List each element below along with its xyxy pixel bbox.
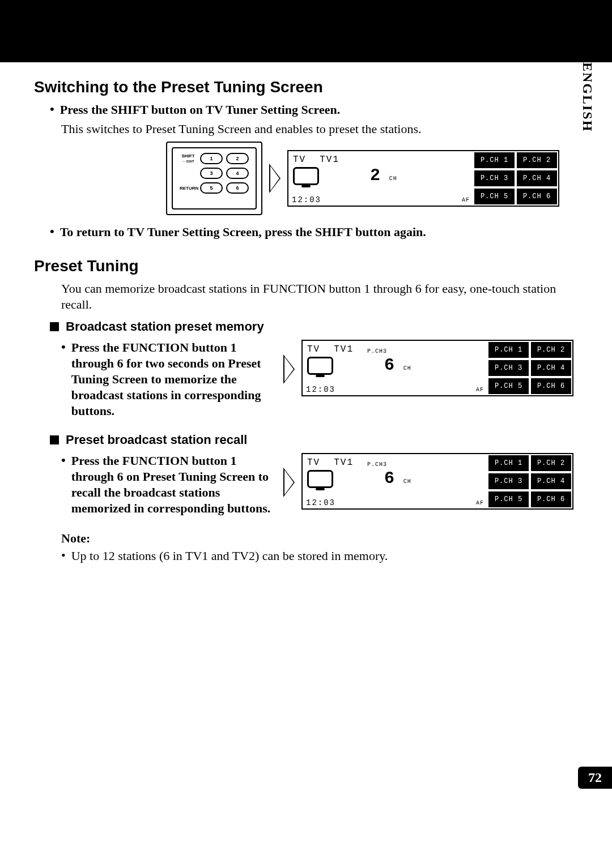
lcd2-pch5: P.CH 5: [487, 377, 530, 395]
lcd1-time: 12:03: [292, 195, 321, 204]
remote-button-2: 2: [226, 153, 249, 164]
bullet-return: • To return to TV Tuner Setting Screen, …: [50, 224, 578, 240]
bullet-dot-icon: •: [61, 548, 66, 564]
square-icon: [50, 322, 59, 331]
lcd-screen-1: TV TV1 2 CH 12:03 AF: [287, 150, 559, 207]
lcd2-ch-label: CH: [403, 365, 411, 371]
lcd2-time: 12:03: [306, 385, 335, 394]
language-side-label: ENGLISH: [580, 62, 595, 132]
lcd2-ch-num: 6: [384, 356, 396, 375]
lcd1-tv: TV: [293, 155, 306, 165]
lcd-screen-3: TV TV1 P.CH3 6 CH 12:03 AF: [301, 453, 573, 510]
bullet-return-text: To return to TV Tuner Setting Screen, pr…: [60, 224, 426, 240]
lcd1-pch2: P.CH 2: [516, 151, 558, 169]
lcd3-time: 12:03: [306, 498, 335, 507]
heading-switching: Switching to the Preset Tuning Screen: [34, 78, 578, 96]
remote-control-illustration: SHIFT↔ EDIT 1 2 3 4 RETURN 5 6: [166, 142, 262, 215]
tv-icon: [307, 357, 333, 375]
bullet-dot-icon: •: [61, 340, 66, 354]
heading-preset: Preset Tuning: [34, 257, 578, 275]
top-black-bar: [0, 0, 612, 62]
subheading-memory-text: Broadcast station preset memory: [66, 319, 264, 334]
bullet-recall-text: Press the FUNCTION button 1 through 6 on…: [71, 453, 272, 516]
lcd3-af: AF: [476, 500, 484, 506]
lcd-screen-2: TV TV1 P.CH3 6 CH 12:03 AF: [301, 340, 573, 396]
lcd2-pch4: P.CH 4: [530, 359, 572, 377]
bullet-dot-icon: •: [50, 224, 54, 239]
lcd2-tv1: TV1: [334, 344, 354, 354]
bullet-memory-text: Press the FUNCTION button 1 through 6 fo…: [71, 340, 272, 419]
page-number: 72: [578, 767, 612, 789]
bullet-recall: • Press the FUNCTION button 1 through 6 …: [61, 453, 272, 516]
lcd1-pch3: P.CH 3: [473, 169, 516, 187]
subheading-recall: Preset broadcast station recall: [50, 433, 578, 447]
lcd1-pch5: P.CH 5: [473, 187, 516, 206]
lcd2-pch6: P.CH 6: [530, 377, 572, 395]
lcd3-pch1: P.CH 1: [487, 454, 530, 472]
arrow-icon: [283, 354, 295, 384]
bullet-shift: • Press the SHIFT button on TV Tuner Set…: [50, 102, 578, 118]
remote-button-6: 6: [226, 182, 249, 194]
body-preset-intro: You can memorize broadcast stations in F…: [61, 281, 578, 313]
lcd3-tv1: TV1: [334, 457, 354, 468]
subheading-recall-text: Preset broadcast station recall: [66, 433, 247, 447]
page: ENGLISH Switching to the Preset Tuning S…: [0, 0, 612, 806]
lcd1-pch4: P.CH 4: [516, 169, 558, 187]
tv-icon: [307, 470, 333, 488]
lcd3-tv: TV: [307, 457, 320, 468]
arrow-icon: [283, 468, 295, 497]
remote-shift-label: SHIFT↔ EDIT: [180, 153, 197, 164]
recall-two-col: • Press the FUNCTION button 1 through 6 …: [34, 451, 578, 520]
lcd3-pch4: P.CH 4: [530, 472, 572, 490]
lcd3-ch-label: CH: [403, 478, 411, 485]
bullet-shift-text: Press the SHIFT button on TV Tuner Setti…: [60, 102, 341, 118]
lcd1-tv1: TV1: [320, 155, 339, 165]
remote-button-4: 4: [226, 168, 249, 179]
memory-two-col: • Press the FUNCTION button 1 through 6 …: [34, 337, 578, 422]
square-icon: [50, 435, 59, 444]
remote-button-5: 5: [200, 182, 223, 194]
bullet-dot-icon: •: [50, 102, 54, 117]
bullet-dot-icon: •: [61, 453, 66, 468]
figure-row-1: SHIFT↔ EDIT 1 2 3 4 RETURN 5 6: [147, 142, 578, 215]
remote-return-label: RETURN: [180, 186, 197, 191]
lcd2-pch1: P.CH 1: [487, 341, 530, 359]
tv-icon: [293, 167, 319, 185]
lcd2-af: AF: [476, 387, 484, 393]
arrow-icon: [269, 164, 280, 193]
lcd3-pch2: P.CH 2: [530, 454, 572, 472]
lcd2-pch2: P.CH 2: [530, 341, 572, 359]
note-heading: Note:: [61, 531, 578, 546]
lcd1-af: AF: [462, 197, 470, 203]
remote-button-1: 1: [200, 153, 223, 164]
subheading-memory: Broadcast station preset memory: [50, 319, 578, 334]
lcd2-pchsub: P.CH3: [367, 348, 387, 354]
lcd3-pchsub: P.CH3: [367, 461, 387, 468]
remote-button-3: 3: [200, 168, 223, 179]
lcd1-pch1: P.CH 1: [473, 151, 516, 169]
note-bullet: • Up to 12 stations (6 in TV1 and TV2) c…: [61, 548, 578, 564]
lcd2-tv: TV: [307, 344, 320, 354]
lcd3-ch-num: 6: [384, 469, 396, 488]
lcd1-pch6: P.CH 6: [516, 187, 558, 206]
lcd2-pch3: P.CH 3: [487, 359, 530, 377]
lcd3-pch5: P.CH 5: [487, 490, 530, 508]
lcd1-ch-label: CH: [389, 176, 397, 182]
bullet-memory: • Press the FUNCTION button 1 through 6 …: [61, 340, 272, 419]
page-content: ENGLISH Switching to the Preset Tuning S…: [0, 62, 612, 564]
lcd1-ch-num: 2: [370, 166, 381, 185]
lcd3-pch6: P.CH 6: [530, 490, 572, 508]
lcd3-pch3: P.CH 3: [487, 472, 530, 490]
note-bullet-text: Up to 12 stations (6 in TV1 and TV2) can…: [71, 548, 388, 564]
body-switching-desc: This switches to Preset Tuning Screen an…: [61, 121, 578, 137]
